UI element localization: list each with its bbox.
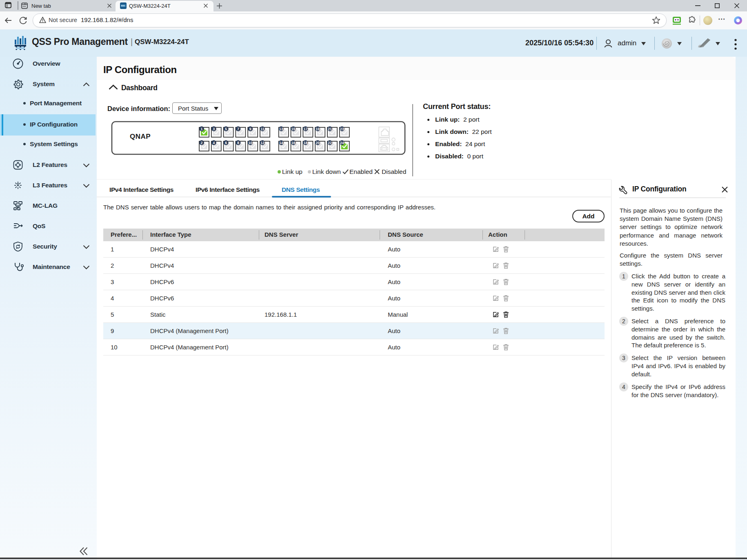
- svg-text:18: 18: [303, 141, 307, 145]
- svg-text:2: 2: [200, 141, 202, 145]
- svg-text:23: 23: [340, 127, 344, 131]
- svg-text:14: 14: [279, 141, 283, 145]
- svg-text:3: 3: [213, 127, 215, 131]
- svg-text:9: 9: [249, 127, 251, 131]
- svg-text:8: 8: [237, 141, 239, 145]
- svg-text:11: 11: [260, 127, 265, 131]
- svg-text:17: 17: [303, 127, 307, 131]
- svg-text:13: 13: [279, 127, 283, 131]
- svg-text:22: 22: [328, 141, 332, 145]
- svg-text:10: 10: [248, 141, 252, 145]
- svg-text:15: 15: [291, 127, 296, 131]
- svg-text:6: 6: [225, 141, 227, 145]
- svg-text:21: 21: [328, 127, 332, 131]
- svg-text:24: 24: [340, 141, 344, 145]
- svg-text:QNAP: QNAP: [130, 133, 151, 140]
- svg-text:5: 5: [225, 127, 227, 131]
- svg-text:16: 16: [291, 141, 296, 145]
- svg-text:20: 20: [316, 141, 320, 145]
- svg-text:4: 4: [213, 141, 215, 145]
- svg-text:7: 7: [237, 127, 239, 131]
- svg-text:19: 19: [316, 127, 320, 131]
- svg-text:12: 12: [260, 141, 265, 145]
- svg-text:1: 1: [200, 127, 202, 131]
